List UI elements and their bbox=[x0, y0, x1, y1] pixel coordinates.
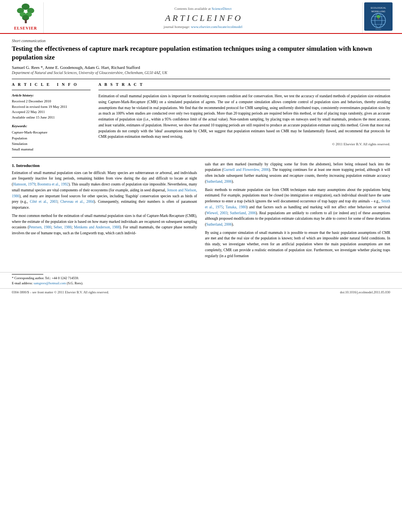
article-content: Short communication Testing the effectiv… bbox=[0, 34, 402, 269]
email-link[interactable]: samgrees@hotmail.com bbox=[33, 281, 66, 285]
section1-title-text: Introduction bbox=[16, 163, 40, 168]
keyword-3: Simulation bbox=[12, 141, 91, 146]
journal-logo-box: ECOLOGICAL MODELLING Elsevier bbox=[363, 2, 394, 33]
body-divider bbox=[12, 157, 390, 158]
sciencedirect-line: Contents lists available at ScienceDirec… bbox=[174, 7, 232, 11]
section1-title: 1. Introduction bbox=[12, 163, 197, 168]
section1-number: 1. bbox=[12, 163, 15, 168]
page-footer: 0304-3800/$ – see front matter © 2011 El… bbox=[0, 288, 402, 296]
footer-area: * Corresponding author. Tel.: +44 0 1242… bbox=[0, 272, 402, 286]
abstract-header: A B S T R A C T bbox=[98, 82, 390, 87]
ref-menkens[interactable]: Menkens and Anderson, 1988 bbox=[74, 225, 120, 229]
ref-petersen[interactable]: Petersen, 1986 bbox=[29, 225, 51, 229]
elsevier-brand-text: ELSEVIER bbox=[14, 26, 37, 30]
svg-rect-17 bbox=[378, 18, 379, 19]
ecological-modelling-logo-icon: ECOLOGICAL MODELLING Elsevier bbox=[364, 2, 393, 31]
ref-boonstra[interactable]: Boonstra et al., 1992 bbox=[37, 182, 69, 186]
email-label: E-mail address: bbox=[12, 281, 33, 285]
footer-issn: 0304-3800/$ – see front matter © 2011 El… bbox=[12, 290, 109, 294]
ref-jenson[interactable]: Jenson and Nielson, 1986 bbox=[12, 188, 197, 198]
elsevier-tree-icon bbox=[15, 3, 37, 24]
abstract-column: A B S T R A C T Estimation of small mamm… bbox=[98, 82, 390, 152]
article-info-abstract-section: A R T I C L E I N F O Article history: R… bbox=[12, 82, 390, 152]
article-info-column: A R T I C L E I N F O Article history: R… bbox=[12, 82, 91, 152]
intro-right-text: uals that are then marked (normally by c… bbox=[205, 161, 391, 259]
corresponding-author-text: Corresponding author. Tel.: +44 0 1242 7… bbox=[14, 276, 79, 280]
svg-text:MODELLING: MODELLING bbox=[371, 10, 385, 13]
abstract-text: Estimation of small mammal population si… bbox=[98, 93, 390, 140]
abstract-divider bbox=[98, 90, 390, 90]
authors-text: Samuel G. Rees *, Anne E. Goodenough, Ad… bbox=[12, 65, 140, 70]
article-title: Testing the effectiveness of capture mar… bbox=[12, 44, 390, 62]
footer-doi: doi:10.1016/j.ecolmodel.2011.05.030 bbox=[340, 290, 390, 294]
ref-wiewel[interactable]: Wiewel, 2003 bbox=[206, 211, 228, 215]
article-type-label: Short communication bbox=[12, 39, 390, 43]
keyword-4: Small mammal bbox=[12, 146, 91, 152]
homepage-line: journal homepage: www.elsevier.com/locat… bbox=[164, 25, 243, 29]
available-date: Available online 15 June 2011 bbox=[12, 115, 91, 120]
svg-rect-7 bbox=[25, 19, 27, 23]
keyword-1: Capture-Mark-Recapture bbox=[12, 130, 91, 135]
svg-text:Elsevier: Elsevier bbox=[376, 28, 382, 30]
footnote-rule bbox=[12, 274, 43, 274]
svg-text:ECOLOGICAL: ECOLOGICAL bbox=[371, 7, 386, 9]
ref-sutherland2[interactable]: Sutherland, 2006 bbox=[230, 211, 256, 215]
keywords-section: Keywords: Capture-Mark-Recapture Populat… bbox=[12, 124, 91, 152]
sciencedirect-label: Contents lists available at bbox=[174, 7, 211, 11]
article-info-header: A R T I C L E I N F O bbox=[12, 82, 91, 87]
copyright: © 2011 Elsevier B.V. All rights reserved… bbox=[98, 142, 390, 146]
elsevier-logo: ELSEVIER bbox=[8, 2, 43, 33]
header-divider bbox=[12, 79, 390, 79]
ref-gurnell[interactable]: Gurnell and Flowerdew, 2006 bbox=[223, 168, 269, 172]
ref-seber[interactable]: Seber, 1986 bbox=[54, 225, 72, 229]
ref-sutherland1[interactable]: Sutherland, 2006 bbox=[206, 180, 232, 184]
journal-center: Contents lists available at ScienceDirec… bbox=[43, 2, 363, 33]
body-right-column: uals that are then marked (normally by c… bbox=[205, 161, 391, 261]
received-date1: Received 2 December 2010 bbox=[12, 99, 91, 104]
history-label: Article history: bbox=[12, 93, 91, 97]
homepage-label: journal homepage: bbox=[164, 25, 190, 29]
sciencedirect-link[interactable]: ScienceDirect bbox=[212, 7, 232, 11]
body-section: 1. Introduction Estimation of small mamm… bbox=[12, 161, 390, 261]
keywords-label: Keywords: bbox=[12, 124, 91, 128]
authors-line: Samuel G. Rees *, Anne E. Goodenough, Ad… bbox=[12, 65, 390, 70]
email-name: (S.G. Rees). bbox=[67, 281, 83, 285]
keyword-2: Population bbox=[12, 135, 91, 141]
page: ELSEVIER Contents lists available at Sci… bbox=[0, 0, 402, 532]
ref-cheveau[interactable]: Cheveau et al., 2004 bbox=[60, 200, 94, 204]
affiliation: Department of Natural and Social Science… bbox=[12, 71, 390, 75]
body-left-column: 1. Introduction Estimation of small mamm… bbox=[12, 161, 197, 261]
info-divider bbox=[12, 90, 91, 90]
ref-sutherland3[interactable]: Sutherland, 2006 bbox=[206, 222, 232, 226]
ref-tanaka[interactable]: Tanaka, 1980 bbox=[226, 205, 246, 209]
ref-hansson[interactable]: Hansson, 1979 bbox=[13, 182, 35, 186]
footnote-text: * Corresponding author. Tel.: +44 0 1242… bbox=[12, 276, 390, 286]
svg-point-16 bbox=[376, 15, 380, 18]
received-date2: Received in revised form 19 May 2011 bbox=[12, 104, 91, 110]
accepted-date: Accepted 22 May 2011 bbox=[12, 109, 91, 115]
journal-title: A R T I C L E I N F O bbox=[165, 13, 241, 23]
homepage-link[interactable]: www.elsevier.com/locate/ecolmodel bbox=[191, 25, 242, 29]
ref-cote[interactable]: Côté et al., 2003 bbox=[30, 200, 57, 204]
journal-header: ELSEVIER Contents lists available at Sci… bbox=[0, 0, 402, 34]
intro-paragraph1: Estimation of small mammal population si… bbox=[12, 170, 197, 236]
